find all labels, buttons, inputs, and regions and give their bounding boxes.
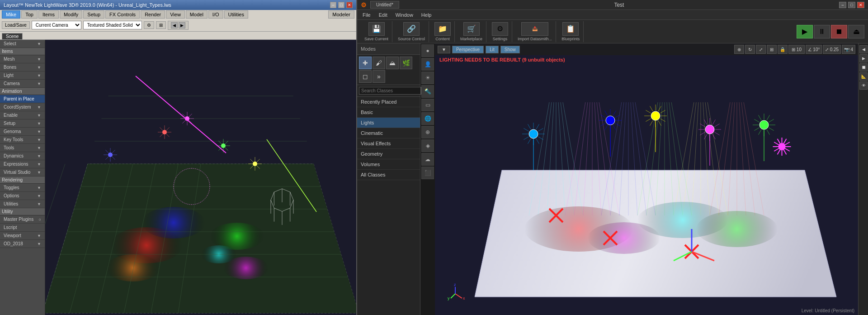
ue-light-icon-atmo[interactable]: ☁ [421,153,434,166]
ue-menu-help[interactable]: Help [418,11,435,19]
ue-mode-paint[interactable]: 🖌 [373,57,385,69]
ue-vp-dropdown[interactable]: ▼ [438,46,450,53]
ue-content-icon[interactable]: 📁 [434,22,451,36]
lw-mode-btn-1[interactable]: ◀ [171,22,178,29]
ue-project-tab[interactable]: Untitled* [370,1,399,9]
ue-light-icon-sun[interactable]: ☀ [421,72,434,84]
ue-category-basic[interactable]: Basic [357,107,420,118]
lw-minimize-button[interactable]: – [330,2,336,8]
lw-sidebar-utilities-r[interactable]: Utilities ▼ [0,200,45,208]
ue-vp-lit[interactable]: Lit [486,46,499,53]
lw-sidebar-lscript[interactable]: Lscript [0,224,45,232]
lw-3d-viewport[interactable]: 💡 Light Prope Clear All Lights Li Basic … [45,40,356,315]
lw-camera-select[interactable]: Current Camera [32,21,81,29]
lw-sidebar-light[interactable]: Light ▼ [0,72,45,80]
lw-tab-top[interactable]: Top [21,10,38,19]
lw-sidebar-masterplugins[interactable]: Master Plugins ○ [0,215,45,224]
ue-mode-place[interactable]: ✚ [359,57,372,69]
ue-category-vfx[interactable]: Visual Effects [357,138,420,149]
lw-mode-btn-2[interactable]: ▶ [179,22,185,29]
ue-vp-angle[interactable]: ∠ 10° [806,45,822,54]
lw-sidebar-od2018[interactable]: OD_2018 ▼ [0,240,45,248]
ue-light-icon-cube[interactable]: ⬛ [421,167,434,179]
lw-sidebar-mesh[interactable]: Mesh ▼ [0,55,45,63]
lw-tab-utilities[interactable]: Utilities [224,10,248,19]
ue-rt-btn-2[interactable]: ▶ [859,54,868,62]
ue-rt-btn-4[interactable]: 📐 [859,72,868,81]
ue-category-geometry[interactable]: Geometry [357,149,420,159]
lw-sidebar-keytools[interactable]: Key Tools ▼ [0,136,45,144]
ue-play-btn[interactable]: ▶ [797,25,813,38]
lw-maximize-button[interactable]: □ [338,2,344,8]
ue-vp-perspective[interactable]: Perspective [452,46,484,53]
lw-sidebar-tools[interactable]: Tools ▼ [0,144,45,152]
ue-mode-geometry[interactable]: ◻ [359,70,372,83]
lw-tab-modeler[interactable]: Modeler [328,10,354,19]
ue-stop-btn[interactable]: ⏹ [831,25,847,38]
ue-mode-expand[interactable]: » [373,70,385,83]
ue-settings-icon[interactable]: ⚙ [492,22,508,36]
lw-sidebar-camera[interactable]: Camera ▼ [0,80,45,88]
lw-sidebar-parent-in-place[interactable]: Parent in Place [0,95,45,103]
lw-sidebar-toggles[interactable]: Toggles ▼ [0,184,45,192]
ue-mode-landscape[interactable]: ⛰ [386,57,399,69]
lw-scene-tab[interactable]: Scene [2,33,23,39]
ue-category-all[interactable]: All Classes [357,170,420,180]
lw-view-select[interactable]: Textured Shaded Solid [83,21,142,29]
ue-menu-edit[interactable]: Edit [375,11,391,19]
ue-category-volumes[interactable]: Volumes [357,159,420,170]
lw-sidebar-viewport[interactable]: Viewport ▼ [0,232,45,240]
ue-vp-camera[interactable]: 📷 4 [842,45,855,54]
ue-rt-btn-5[interactable]: 👁 [859,81,868,90]
ue-vp-snap[interactable]: ⊞ [767,45,777,54]
ue-rt-btn-3[interactable]: 🔲 [859,63,868,72]
ue-close-btn[interactable]: ✕ [857,2,864,8]
ue-menu-window[interactable]: Window [392,11,417,19]
ue-vp-translate[interactable]: ⊕ [734,45,744,54]
lw-tab-render[interactable]: Render [141,10,165,19]
ue-pause-btn[interactable]: ⏸ [814,25,830,38]
ue-import-icon[interactable]: 📥 [521,22,548,36]
ue-category-recent[interactable]: Recently Placed [357,97,420,107]
lw-tab-modify[interactable]: Modify [60,10,82,19]
ue-vp-grid[interactable]: ⊞ 10 [788,45,805,54]
lw-sidebar-genoma[interactable]: Genoma ▼ [0,128,45,136]
ue-light-icon-sky[interactable]: 🌐 [421,112,434,125]
ue-light-icon-spot[interactable]: 🔦 [421,85,434,98]
lw-tab-setup[interactable]: Setup [83,10,104,19]
ue-vp-show[interactable]: Show [500,46,520,53]
lw-sidebar-dynamics[interactable]: Dynamics ▼ [0,152,45,160]
ue-save-icon[interactable]: 💾 [368,22,385,36]
lw-sidebar-coordsys[interactable]: CoordSystem ▼ [0,103,45,111]
ue-light-icon-point[interactable]: ⊕ [421,126,434,138]
ue-light-icon-figure[interactable]: 👤 [421,58,434,71]
ue-category-cinematic[interactable]: Cinematic [357,128,420,138]
lw-close-button[interactable]: ✕ [346,2,353,8]
ue-mode-foliage[interactable]: 🌿 [400,57,412,69]
lw-loadsave-button[interactable]: Load/Save [2,21,30,29]
ue-sourcecontrol-icon[interactable]: 🔗 [403,22,420,36]
ue-light-icon-sphere[interactable]: ● [421,44,434,57]
lw-tab-mike[interactable]: Mike [2,10,20,19]
ue-maximize-btn[interactable]: □ [848,2,855,8]
ue-vp-rotate[interactable]: ↻ [745,45,755,54]
ue-vp-snap2[interactable]: 🔒 [778,45,788,54]
lw-sidebar-options[interactable]: Options ▼ [0,192,45,200]
lw-grid-button[interactable]: ⊞ [156,21,166,29]
ue-vp-scale[interactable]: ⤢ [756,45,766,54]
ue-menu-file[interactable]: File [359,11,374,19]
lw-tab-fx[interactable]: FX Controls [105,10,140,19]
lw-sidebar-enable[interactable]: Enable ▼ [0,111,45,119]
ue-eject-btn[interactable]: ⏏ [848,25,864,38]
ue-vp-scale2[interactable]: ⤢ 0.25 [823,45,841,54]
lw-tab-model[interactable]: Model [186,10,208,19]
ue-light-icon-rect[interactable]: ▭ [421,99,434,111]
ue-rt-btn-1[interactable]: ◀ [859,45,868,53]
ue-category-lights[interactable]: Lights [357,118,420,128]
lw-tab-items[interactable]: Items [38,10,59,19]
lw-sidebar-expressions[interactable]: Expressions ▼ [0,160,45,168]
ue-blueprints-icon[interactable]: 📋 [562,22,579,36]
lw-sidebar-vstudio[interactable]: Virtual Studio ▼ [0,168,45,177]
ue-minimize-btn[interactable]: – [839,2,846,8]
ue-search-input[interactable] [359,87,421,95]
